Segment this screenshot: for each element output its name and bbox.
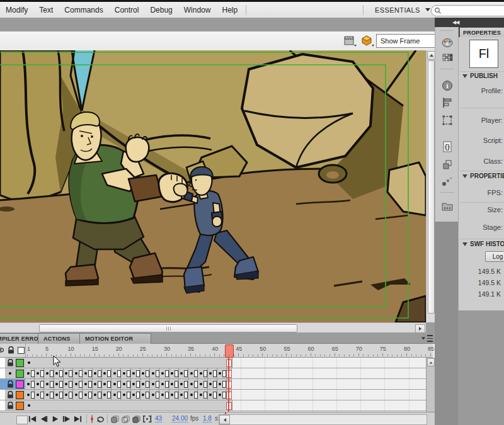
- modify-markers-button[interactable]: [142, 415, 152, 423]
- menu-item-debug[interactable]: Debug: [144, 6, 178, 14]
- step-forward-button[interactable]: [62, 415, 71, 423]
- edit-symbols-icon[interactable]: [361, 35, 375, 47]
- timeline-ruler[interactable]: 1510152025303540455055606570758085: [0, 344, 433, 358]
- keyframe-cell[interactable]: [112, 368, 121, 378]
- panel-menu-icon[interactable]: [421, 335, 433, 342]
- scroll-stub[interactable]: [16, 416, 28, 424]
- motion-presets-panel-icon[interactable]: [441, 175, 454, 188]
- layer-color-swatch[interactable]: [16, 359, 24, 367]
- keyframe-cell[interactable]: [102, 379, 112, 389]
- menu-item-control[interactable]: Control: [109, 6, 145, 14]
- keyframe-cell[interactable]: [159, 390, 169, 400]
- keyframe-cell[interactable]: [44, 379, 54, 389]
- current-frame-field[interactable]: 43: [155, 415, 162, 422]
- outline-icon[interactable]: [18, 347, 25, 354]
- keyframe-cell[interactable]: [64, 368, 73, 378]
- keyframe-cell[interactable]: [93, 379, 102, 389]
- keyframe-cell[interactable]: [64, 379, 73, 389]
- keyframe-cell[interactable]: [169, 390, 179, 400]
- lock-toggle-icon[interactable]: [7, 380, 14, 388]
- keyframe-cell[interactable]: [83, 368, 92, 378]
- properties-section-header[interactable]: PROPERTIES: [462, 173, 504, 179]
- keyframe-cell[interactable]: [54, 390, 64, 400]
- eye-icon[interactable]: [0, 347, 4, 353]
- unlocked-dot-icon[interactable]: [9, 372, 11, 375]
- layer-name-cell[interactable]: [0, 358, 5, 368]
- info-panel-icon[interactable]: i: [441, 79, 454, 92]
- search-box[interactable]: [431, 5, 504, 16]
- code-snippets-panel-icon[interactable]: {}: [441, 140, 454, 153]
- keyframe-cell[interactable]: [208, 379, 217, 389]
- tab-properties[interactable]: PROPERTIES: [460, 28, 504, 37]
- timeline-layer-row[interactable]: [0, 379, 433, 390]
- keyframe-cell[interactable]: [208, 390, 217, 400]
- scroll-up-button[interactable]: [427, 358, 435, 366]
- keyframe-cell[interactable]: [25, 390, 35, 400]
- keyframe-cell[interactable]: [140, 368, 150, 378]
- color-panel-icon[interactable]: [441, 36, 454, 48]
- timeline-horizontal-scrollbar[interactable]: [219, 414, 427, 425]
- keyframe-cell[interactable]: [102, 368, 112, 378]
- keyframe-cell[interactable]: [35, 379, 44, 389]
- keyframe-cell[interactable]: [179, 379, 188, 389]
- swf-history-section-header[interactable]: SWF HISTORY: [462, 241, 504, 247]
- timeline-layer-row[interactable]: [0, 390, 433, 400]
- timeline-vertical-scrollbar[interactable]: [426, 358, 435, 412]
- publish-section-header[interactable]: PUBLISH: [462, 72, 498, 79]
- go-to-last-frame-button[interactable]: [73, 415, 83, 423]
- keyframe-cell[interactable]: [35, 390, 44, 400]
- menu-item-commands[interactable]: Commands: [59, 6, 108, 14]
- keyframe-cell[interactable]: [188, 390, 198, 400]
- keyframe-cell[interactable]: [150, 379, 159, 389]
- workspace-switcher[interactable]: ESSENTIALS: [360, 2, 440, 18]
- keyframe-cell[interactable]: [64, 390, 73, 400]
- keyframe-cell[interactable]: [179, 368, 188, 378]
- keyframe-cell[interactable]: [121, 390, 130, 400]
- elapsed-time-field[interactable]: 1.8: [203, 415, 212, 422]
- keyframe-cell[interactable]: [93, 368, 102, 378]
- horizontal-scroll-thumb[interactable]: [39, 324, 297, 332]
- go-to-first-frame-button[interactable]: [28, 415, 37, 423]
- swatches-panel-icon[interactable]: [441, 52, 454, 64]
- keyframe-cell[interactable]: [54, 379, 64, 389]
- keyframe-cell[interactable]: [140, 390, 150, 400]
- keyframe-cell[interactable]: [188, 368, 198, 378]
- log-button[interactable]: Log: [485, 251, 504, 262]
- menu-item-modify[interactable]: Modify: [0, 6, 33, 14]
- menu-item-text[interactable]: Text: [33, 6, 59, 14]
- free-transform-icon[interactable]: [441, 114, 454, 127]
- keyframe-cell[interactable]: [131, 368, 140, 378]
- timeline-layer-row[interactable]: [0, 358, 433, 368]
- layer-name-cell[interactable]: [0, 400, 5, 411]
- layer-color-swatch[interactable]: [16, 391, 24, 399]
- layer-name-cell[interactable]: [0, 390, 5, 400]
- keyframe-cell[interactable]: [102, 390, 112, 400]
- layer-color-swatch[interactable]: [16, 402, 24, 410]
- keyframe-cell[interactable]: [44, 390, 54, 400]
- keyframe-cell[interactable]: [159, 379, 169, 389]
- frame-rate-field[interactable]: 24.00: [172, 415, 188, 422]
- library-panel-icon[interactable]: [441, 200, 454, 212]
- canvas-horizontal-scrollbar[interactable]: [0, 322, 426, 333]
- keyframe-cell[interactable]: [217, 390, 227, 400]
- scroll-left-button[interactable]: [219, 415, 230, 424]
- menu-item-help[interactable]: Help: [216, 6, 243, 14]
- keyframe-cell[interactable]: [73, 390, 83, 400]
- tab-motion-editor[interactable]: MOTION EDITOR: [79, 333, 151, 344]
- canvas-vertical-scrollbar[interactable]: [426, 50, 435, 322]
- keyframe-cell[interactable]: [188, 379, 198, 389]
- keyframe-cell[interactable]: [35, 368, 44, 378]
- keyframe-cell[interactable]: [217, 379, 227, 389]
- layer-color-swatch[interactable]: [16, 380, 24, 388]
- keyframe-cell[interactable]: [83, 379, 92, 389]
- keyframe-cell[interactable]: [25, 368, 35, 378]
- collapse-to-icons-button[interactable]: ◀◀: [435, 18, 504, 27]
- keyframe-cell[interactable]: [131, 390, 140, 400]
- keyframe-cell[interactable]: [93, 390, 102, 400]
- keyframe-cell[interactable]: [44, 368, 54, 378]
- align-panel-icon[interactable]: [441, 96, 454, 109]
- lock-toggle-icon[interactable]: [7, 402, 14, 409]
- components-panel-icon[interactable]: [441, 159, 454, 171]
- keyframe-cell[interactable]: [112, 390, 121, 400]
- keyframe-cell[interactable]: [208, 368, 217, 378]
